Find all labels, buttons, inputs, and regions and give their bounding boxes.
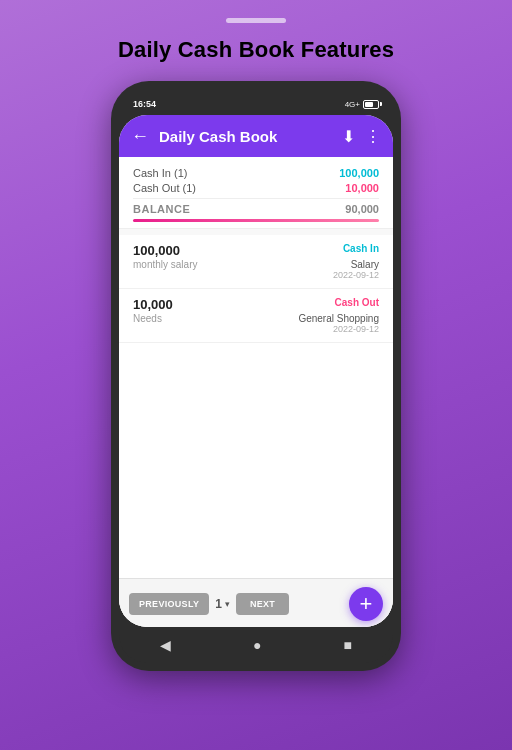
- cash-in-row: Cash In (1) 100,000: [133, 167, 379, 179]
- nav-recents-button[interactable]: ■: [344, 637, 352, 653]
- content-area: Cash In (1) 100,000 Cash Out (1) 10,000 …: [119, 157, 393, 627]
- back-button[interactable]: ←: [131, 126, 149, 147]
- transaction-date: 2022-09-12: [333, 270, 379, 280]
- transaction-list: 100,000 Cash In monthly salary Salary 20…: [119, 235, 393, 578]
- transaction-type: Cash In: [343, 243, 379, 254]
- screen: ← Daily Cash Book ⬇ ⋮ Cash In (1) 100,00…: [119, 115, 393, 627]
- transaction-note: Needs: [133, 313, 162, 334]
- nav-back-button[interactable]: ◀: [160, 637, 171, 653]
- cash-out-value: 10,000: [345, 182, 379, 194]
- transaction-bottom: monthly salary Salary 2022-09-12: [133, 259, 379, 280]
- balance-value: 90,000: [345, 203, 379, 215]
- network-label: 4G+: [345, 100, 360, 109]
- phone-nav-bar: ◀ ● ■: [119, 627, 393, 663]
- transaction-type: Cash Out: [335, 297, 379, 308]
- header-title: Daily Cash Book: [159, 128, 342, 145]
- status-bar: 16:54 4G+: [119, 93, 393, 115]
- cash-in-label: Cash In (1): [133, 167, 187, 179]
- transaction-category: Salary: [333, 259, 379, 270]
- next-button[interactable]: NEXT: [236, 593, 289, 615]
- transaction-top: 10,000 Cash Out: [133, 297, 379, 312]
- more-menu-icon[interactable]: ⋮: [365, 127, 381, 146]
- page-select[interactable]: 1 ▾: [215, 597, 230, 611]
- balance-label: BALANCE: [133, 203, 190, 215]
- cash-out-label: Cash Out (1): [133, 182, 196, 194]
- transaction-category: General Shopping: [298, 313, 379, 324]
- top-pill: [226, 18, 286, 23]
- status-icons: 4G+: [345, 100, 379, 109]
- table-row[interactable]: 10,000 Cash Out Needs General Shopping 2…: [119, 289, 393, 343]
- battery-icon: [363, 100, 379, 109]
- cash-out-row: Cash Out (1) 10,000: [133, 182, 379, 194]
- transaction-right: General Shopping 2022-09-12: [298, 313, 379, 334]
- transaction-amount: 100,000: [133, 243, 180, 258]
- app-footer: PREVIOUSLY 1 ▾ NEXT +: [119, 578, 393, 627]
- transaction-date: 2022-09-12: [298, 324, 379, 334]
- app-header: ← Daily Cash Book ⬇ ⋮: [119, 115, 393, 157]
- transaction-bottom: Needs General Shopping 2022-09-12: [133, 313, 379, 334]
- pink-accent-bar: [133, 219, 379, 222]
- transaction-right: Salary 2022-09-12: [333, 259, 379, 280]
- add-entry-fab[interactable]: +: [349, 587, 383, 621]
- phone-frame: 16:54 4G+ ← Daily Cash Book ⬇ ⋮ Cash In …: [111, 81, 401, 671]
- page-number: 1: [215, 597, 222, 611]
- summary-block: Cash In (1) 100,000 Cash Out (1) 10,000 …: [119, 157, 393, 229]
- header-action-icons: ⬇ ⋮: [342, 127, 381, 146]
- status-time: 16:54: [133, 99, 156, 109]
- table-row[interactable]: 100,000 Cash In monthly salary Salary 20…: [119, 235, 393, 289]
- divider: [133, 198, 379, 199]
- balance-row: BALANCE 90,000: [133, 203, 379, 215]
- nav-home-button[interactable]: ●: [253, 637, 261, 653]
- page-dropdown-icon: ▾: [225, 599, 230, 609]
- cash-in-value: 100,000: [339, 167, 379, 179]
- page-title: Daily Cash Book Features: [118, 37, 394, 63]
- transaction-amount: 10,000: [133, 297, 173, 312]
- transaction-note: monthly salary: [133, 259, 197, 280]
- download-icon[interactable]: ⬇: [342, 127, 355, 146]
- previously-button[interactable]: PREVIOUSLY: [129, 593, 209, 615]
- transaction-top: 100,000 Cash In: [133, 243, 379, 258]
